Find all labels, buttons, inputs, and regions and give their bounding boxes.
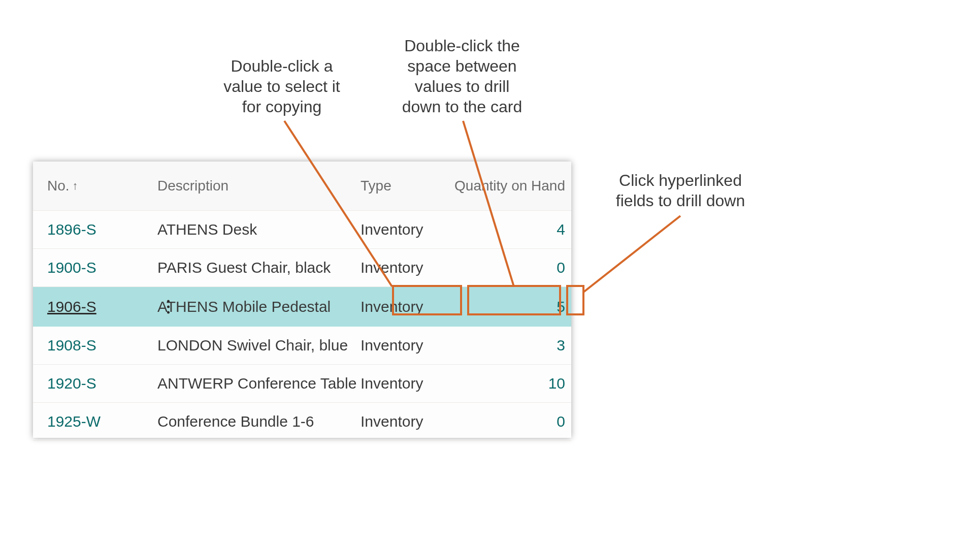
callout-drill-card: Double-click the space between values to… — [386, 36, 538, 117]
diagram-canvas: Double-click a value to select it for co… — [0, 0, 980, 544]
sort-ascending-icon: ↑ — [73, 179, 78, 193]
item-no-link[interactable]: 1900-S — [47, 259, 96, 276]
items-grid: No. ↑ Description Type Quantity on Hand … — [33, 162, 571, 438]
grid-body: 1896-S ATHENS Desk Inventory 4 1900-S PA… — [33, 211, 571, 441]
item-no-link[interactable]: 1908-S — [47, 337, 96, 354]
column-header-no-label: No. — [47, 178, 70, 194]
grid-header-row: No. ↑ Description Type Quantity on Hand — [33, 162, 571, 211]
item-description[interactable]: Conference Bundle 1-6 — [157, 413, 361, 430]
item-description[interactable]: ANTWERP Conference Table — [157, 375, 361, 392]
item-description[interactable]: LONDON Swivel Chair, blue — [157, 337, 361, 354]
column-header-quantity[interactable]: Quantity on Hand — [454, 178, 571, 194]
item-description[interactable]: ATHENS Mobile Pedestal — [157, 298, 361, 315]
svg-line-2 — [583, 216, 680, 293]
item-no-link[interactable]: 1906-S — [47, 298, 96, 315]
item-qty-link[interactable]: 3 — [557, 337, 565, 354]
item-qty-link[interactable]: 5 — [557, 298, 565, 315]
item-type[interactable]: Inventory — [361, 413, 454, 430]
column-header-description[interactable]: Description — [157, 178, 361, 194]
table-row[interactable]: 1925-W Conference Bundle 1-6 Inventory 0 — [33, 403, 571, 441]
item-no-link[interactable]: 1925-W — [47, 413, 101, 430]
table-row[interactable]: 1908-S LONDON Swivel Chair, blue Invento… — [33, 327, 571, 365]
item-type[interactable]: Inventory — [361, 337, 454, 354]
item-qty-link[interactable]: 0 — [557, 413, 565, 430]
column-header-type[interactable]: Type — [361, 178, 454, 194]
table-row[interactable]: 1900-S PARIS Guest Chair, black Inventor… — [33, 249, 571, 287]
item-description[interactable]: PARIS Guest Chair, black — [157, 259, 361, 276]
table-row[interactable]: 1920-S ANTWERP Conference Table Inventor… — [33, 365, 571, 403]
item-no-link[interactable]: 1896-S — [47, 221, 96, 238]
item-qty-link[interactable]: 0 — [557, 259, 565, 276]
item-qty-link[interactable]: 4 — [557, 221, 565, 238]
callout-hyperlink: Click hyperlinked fields to drill down — [599, 170, 762, 211]
column-header-no[interactable]: No. ↑ — [33, 178, 157, 194]
item-type[interactable]: Inventory — [361, 298, 454, 315]
table-row-selected[interactable]: 1906-S ATHENS Mobile Pedestal Inventory … — [33, 287, 571, 327]
row-menu-icon[interactable] — [167, 300, 170, 314]
callout-copy-value: Double-click a value to select it for co… — [206, 56, 358, 117]
item-type[interactable]: Inventory — [361, 259, 454, 276]
item-type[interactable]: Inventory — [361, 375, 454, 392]
table-row[interactable]: 1896-S ATHENS Desk Inventory 4 — [33, 211, 571, 249]
item-qty-link[interactable]: 10 — [548, 375, 565, 392]
item-description[interactable]: ATHENS Desk — [157, 221, 361, 238]
item-no-link[interactable]: 1920-S — [47, 375, 96, 392]
item-type[interactable]: Inventory — [361, 221, 454, 238]
